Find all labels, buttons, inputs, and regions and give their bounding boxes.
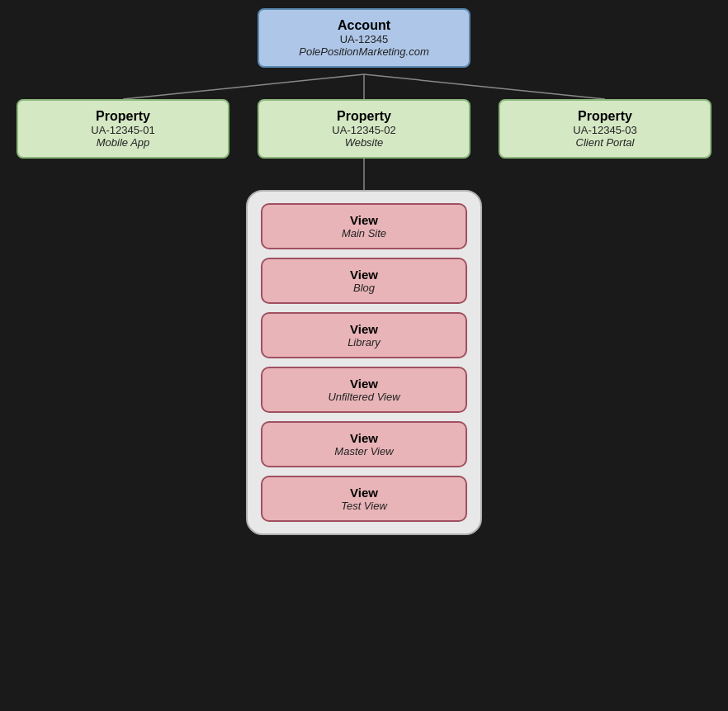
account-title: Account: [271, 18, 457, 33]
view-node-5[interactable]: View Master View: [261, 421, 467, 467]
diagram-container: Account UA-12345 PolePositionMarketing.c…: [0, 0, 728, 711]
property-node-3: Property UA-12345-03 Client Portal: [499, 99, 711, 159]
view-4-title: View: [274, 377, 454, 391]
property-1-title: Property: [30, 109, 216, 124]
view-node-3[interactable]: View Library: [261, 312, 467, 358]
property-3-name: Client Portal: [512, 136, 698, 149]
svg-line-2: [364, 74, 605, 99]
view-node-2[interactable]: View Blog: [261, 258, 467, 304]
view-2-title: View: [274, 268, 454, 282]
svg-line-0: [123, 74, 364, 99]
view-5-name: Master View: [274, 445, 454, 457]
property-row: Property UA-12345-01 Mobile App Property…: [17, 99, 711, 159]
view-6-title: View: [274, 486, 454, 500]
view-3-name: Library: [274, 336, 454, 348]
view-5-title: View: [274, 431, 454, 445]
view-node-6[interactable]: View Test View: [261, 476, 467, 522]
property-2-id: UA-12345-02: [271, 124, 457, 136]
view-1-title: View: [274, 213, 454, 227]
property-3-title: Property: [512, 109, 698, 124]
property-3-id: UA-12345-03: [512, 124, 698, 136]
property-1-id: UA-12345-01: [30, 124, 216, 136]
view-4-name: Unfiltered View: [274, 391, 454, 403]
account-id: UA-12345: [271, 33, 457, 45]
view-node-4[interactable]: View Unfiltered View: [261, 367, 467, 413]
views-container: View Main Site View Blog View Library Vi…: [246, 190, 482, 535]
view-6-name: Test View: [274, 500, 454, 512]
view-node-1[interactable]: View Main Site: [261, 203, 467, 249]
view-2-name: Blog: [274, 282, 454, 294]
property-node-2: Property UA-12345-02 Website: [258, 99, 470, 159]
account-name: PolePositionMarketing.com: [271, 45, 457, 58]
property-node-1: Property UA-12345-01 Mobile App: [17, 99, 229, 159]
property-2-name: Website: [271, 136, 457, 149]
view-3-title: View: [274, 322, 454, 336]
property-1-name: Mobile App: [30, 136, 216, 149]
account-node: Account UA-12345 PolePositionMarketing.c…: [258, 8, 470, 68]
property-2-title: Property: [271, 109, 457, 124]
view-1-name: Main Site: [274, 227, 454, 239]
